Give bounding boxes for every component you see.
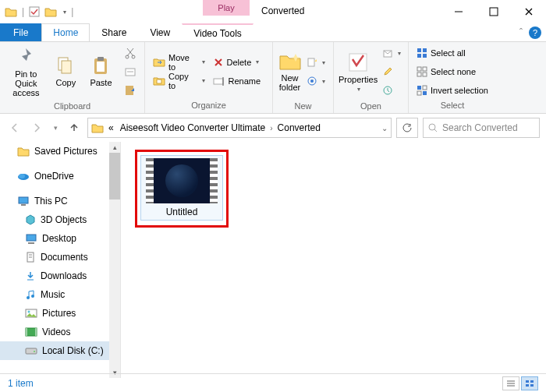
history-button[interactable] (379, 82, 404, 99)
svg-rect-28 (417, 72, 421, 76)
search-icon (428, 123, 438, 132)
tab-home[interactable]: Home (41, 23, 90, 41)
checkbox-icon[interactable] (29, 6, 40, 17)
qat-dropdown-icon[interactable]: ▾ (63, 9, 66, 16)
svg-rect-26 (417, 67, 421, 71)
paste-shortcut-button[interactable] (121, 82, 140, 99)
properties-button[interactable]: Properties ▾ (339, 44, 378, 100)
refresh-button[interactable] (396, 118, 418, 138)
tree-item[interactable]: Desktop (0, 229, 120, 248)
edit-button[interactable] (379, 63, 404, 80)
history-icon (382, 85, 393, 96)
nav-row: ▾ « Aiseesoft Video Converter Ultimate ›… (0, 114, 546, 142)
scrollbar[interactable]: ▴ ▾ (109, 142, 120, 378)
breadcrumb-1[interactable]: Aiseesoft Video Converter Ultimate (119, 122, 268, 133)
search-input[interactable]: Search Converted (423, 118, 540, 138)
group-label-clipboard: Clipboard (0, 101, 144, 113)
open-button[interactable]: ▾ (379, 44, 404, 62)
details-view-button[interactable] (502, 376, 519, 390)
pin-icon (15, 46, 37, 68)
tab-video-tools[interactable]: Video Tools (182, 23, 254, 41)
delete-label: Delete (227, 58, 252, 67)
tree-item[interactable]: Saved Pictures (0, 142, 120, 161)
tree-item[interactable]: Downloads (0, 267, 120, 285)
tab-file[interactable]: File (0, 23, 41, 41)
chevron-down-icon: ▾ (256, 58, 259, 65)
tree-item-label: Music (41, 289, 65, 300)
group-label-organize: Organize (145, 101, 272, 113)
select-none-button[interactable]: Select none (413, 63, 491, 80)
up-button[interactable] (66, 119, 83, 136)
new-folder-button[interactable]: New folder (278, 44, 302, 100)
easy-access-icon (307, 76, 317, 87)
icons-view-button[interactable] (521, 376, 538, 390)
tab-share[interactable]: Share (90, 23, 138, 41)
svg-rect-25 (423, 54, 427, 58)
svg-point-37 (19, 174, 25, 178)
chevron-right-icon[interactable]: › (270, 124, 272, 132)
tree-item-label: Local Disk (C:) (42, 345, 104, 356)
copy-to-button[interactable]: Copy to▾ (150, 72, 208, 90)
move-to-icon (153, 57, 165, 68)
file-item[interactable]: Untitled (135, 150, 229, 228)
nav-tree[interactable]: Saved PicturesOneDriveThis PC3D ObjectsD… (0, 142, 121, 378)
svg-point-54 (34, 351, 35, 352)
close-button[interactable] (511, 0, 546, 23)
svg-rect-39 (21, 204, 26, 206)
copy-button[interactable]: Copy (49, 44, 83, 100)
pin-to-quick-access-button[interactable]: Pin to Quick access (5, 44, 48, 100)
group-label-select: Select (409, 101, 496, 113)
select-all-button[interactable]: Select all (413, 44, 491, 62)
breadcrumb-prefix: « (107, 122, 115, 133)
pin-label: Pin to Quick access (5, 69, 48, 97)
properties-icon (347, 51, 369, 73)
chevron-down-icon[interactable]: ⌄ (381, 124, 388, 132)
scroll-up-icon[interactable]: ▴ (109, 142, 120, 153)
help-icon[interactable]: ? (529, 26, 541, 39)
address-bar[interactable]: « Aiseesoft Video Converter Ultimate › C… (87, 118, 392, 138)
tree-item[interactable]: Pictures (0, 304, 120, 323)
status-bar: 1 item (0, 373, 546, 392)
title-bar: | ▾ | Play Converted (0, 0, 546, 23)
tree-item[interactable]: Documents (0, 248, 120, 267)
move-to-button[interactable]: Move to▾ (150, 54, 208, 71)
tree-item[interactable]: 3D Objects (0, 210, 120, 229)
content-area[interactable]: Untitled (121, 142, 546, 378)
cut-button[interactable] (121, 44, 140, 62)
new-item-button[interactable]: ▾ (303, 54, 328, 71)
tree-item[interactable]: OneDrive (0, 167, 120, 185)
maximize-button[interactable] (476, 0, 511, 23)
tree-item[interactable]: This PC (0, 192, 120, 210)
paste-shortcut-icon (124, 84, 136, 97)
paste-button[interactable]: Paste (84, 44, 118, 100)
rename-button[interactable]: Rename (210, 72, 268, 90)
edit-icon (382, 66, 393, 77)
svg-point-49 (28, 311, 30, 313)
new-item-icon (307, 57, 317, 68)
svg-rect-38 (19, 197, 28, 203)
svg-rect-30 (417, 86, 421, 90)
tree-item[interactable]: Videos (0, 323, 120, 341)
recent-dropdown[interactable]: ▾ (50, 119, 61, 136)
tree-item[interactable]: Music (0, 285, 120, 304)
disk-icon (25, 346, 37, 355)
group-label-open: Open (334, 101, 408, 113)
back-button[interactable] (6, 119, 23, 136)
copy-path-button[interactable] (121, 63, 140, 80)
svg-rect-0 (30, 7, 39, 16)
invert-selection-button[interactable]: Invert selection (413, 82, 491, 99)
delete-button[interactable]: Delete▾ (210, 54, 268, 71)
svg-rect-6 (97, 62, 105, 72)
scroll-thumb[interactable] (109, 153, 120, 200)
rename-icon (213, 76, 225, 87)
svg-rect-23 (423, 48, 427, 52)
chevron-up-icon[interactable]: ˆ (519, 27, 523, 38)
easy-access-button[interactable]: ▾ (303, 72, 328, 90)
forward-button[interactable] (28, 119, 45, 136)
minimize-button[interactable] (441, 0, 476, 23)
tree-item[interactable]: Local Disk (C:) (0, 341, 120, 360)
tab-view[interactable]: View (138, 23, 182, 41)
breadcrumb-2[interactable]: Converted (276, 122, 322, 133)
3d-icon (25, 214, 36, 225)
svg-rect-13 (157, 79, 161, 83)
